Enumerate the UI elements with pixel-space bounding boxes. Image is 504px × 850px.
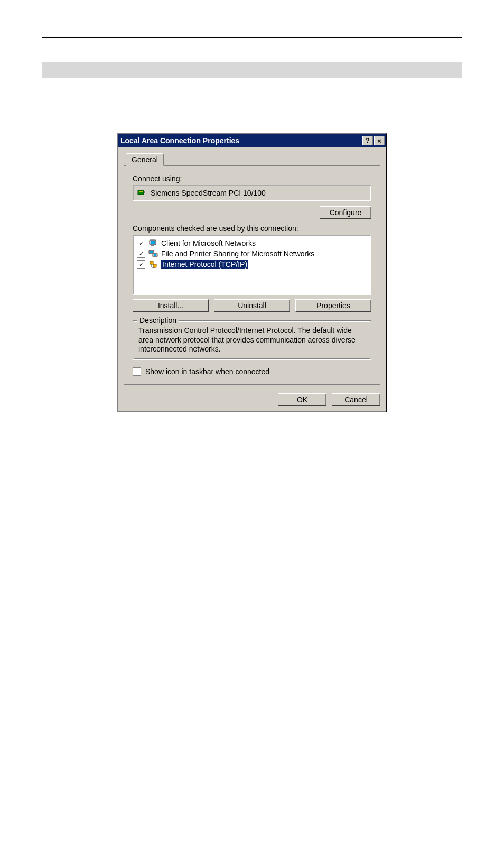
page-top-rule [42,37,462,38]
list-item-label: Internet Protocol (TCP/IP) [161,260,248,269]
adapter-field: Siemens SpeedStream PCI 10/100 [133,185,371,201]
svg-rect-10 [154,254,156,256]
tab-strip: General [124,152,380,166]
connect-using-label: Connect using: [133,174,371,183]
description-group: Description Transmission Control Protoco… [133,320,371,360]
checkbox-icon[interactable] [137,250,145,258]
tab-general[interactable]: General [126,153,164,166]
protocol-icon [148,260,158,269]
adapter-name: Siemens SpeedStream PCI 10/100 [151,189,266,197]
dialog-window: Local Area Connection Properties ? × Gen… [117,133,387,412]
description-legend: Description [137,316,179,325]
svg-rect-3 [144,191,145,193]
uninstall-button[interactable]: Uninstall [214,299,290,312]
help-button[interactable]: ? [362,136,373,145]
list-item-label: File and Printer Sharing for Microsoft N… [161,250,314,258]
tab-body-general: Connect using: Siemens SpeedStream PCI 1… [124,166,380,385]
list-item-label: Client for Microsoft Networks [161,239,256,247]
list-item[interactable]: Internet Protocol (TCP/IP) [136,259,368,270]
adapter-icon [137,188,146,198]
properties-button[interactable]: Properties [295,299,371,312]
components-label: Components checked are used by this conn… [133,224,371,233]
close-button[interactable]: × [374,136,385,145]
file-printer-icon [148,249,158,258]
client-icon [148,238,158,248]
svg-rect-5 [151,241,155,244]
titlebar[interactable]: Local Area Connection Properties ? × [118,134,386,147]
checkbox-icon[interactable] [137,260,145,269]
install-button[interactable]: Install... [133,299,209,312]
svg-rect-0 [138,190,144,195]
ok-button[interactable]: OK [278,393,326,406]
components-listbox[interactable]: Client for Microsoft Networks File and P… [133,235,371,295]
svg-rect-6 [151,245,154,246]
show-icon-checkbox[interactable] [133,367,141,376]
show-icon-label: Show icon in taskbar when connected [145,367,269,376]
page-gray-band [42,62,462,78]
dialog-footer: OK Cancel [118,390,386,411]
svg-rect-1 [139,191,141,192]
svg-rect-2 [141,191,143,192]
list-item[interactable]: Client for Microsoft Networks [136,238,368,248]
list-item[interactable]: File and Printer Sharing for Microsoft N… [136,248,368,259]
configure-button[interactable]: Configure [320,206,371,219]
window-title: Local Area Connection Properties [120,136,361,145]
checkbox-icon[interactable] [137,239,145,247]
cancel-button[interactable]: Cancel [332,393,380,406]
svg-rect-8 [150,251,153,253]
description-text: Transmission Control Protocol/Internet P… [138,326,366,354]
